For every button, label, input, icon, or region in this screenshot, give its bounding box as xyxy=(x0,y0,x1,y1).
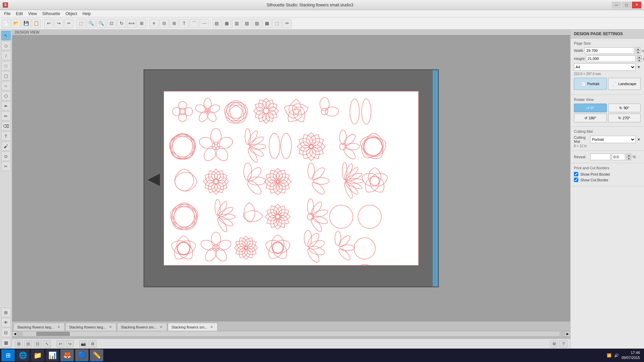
width-down[interactable]: ▼ xyxy=(636,51,640,54)
eraser-tool[interactable]: ⌫ xyxy=(1,121,11,131)
taskbar-start[interactable]: ⊞ xyxy=(1,349,15,361)
save-button[interactable]: 💾 xyxy=(21,19,31,28)
reveal-input-2[interactable] xyxy=(612,154,625,160)
zoom-out-button[interactable]: 🔍 xyxy=(97,19,106,28)
style-btn-6[interactable]: ▩ xyxy=(262,19,272,28)
rotate-button[interactable]: ↻ xyxy=(117,19,126,28)
portrait-button[interactable]: 📄 Portrait xyxy=(574,78,607,90)
taskbar-excel[interactable]: 📊 xyxy=(46,349,59,361)
menu-file[interactable]: File xyxy=(1,11,13,17)
nav-arrow[interactable]: ◀ xyxy=(148,169,160,188)
menu-help[interactable]: Help xyxy=(80,11,94,17)
taskbar-explorer[interactable]: 📁 xyxy=(31,349,44,361)
show-print-border-label[interactable]: Show Print Border xyxy=(580,172,610,176)
undo-button[interactable]: ↩ xyxy=(44,19,53,28)
cut-tool[interactable]: ✂ xyxy=(1,162,11,171)
flip-button[interactable]: ⟺ xyxy=(127,19,136,28)
select-tool[interactable]: ↖ xyxy=(1,31,11,40)
cutting-mat-select[interactable]: Portrait Landscape None xyxy=(590,136,636,143)
scroll-left-btn[interactable]: ◀ xyxy=(12,331,17,337)
tab-1[interactable]: Stacking flowers larg... ✕ xyxy=(65,323,117,331)
rotate-270-btn[interactable]: ↻ 270° xyxy=(608,114,641,122)
tab-2[interactable]: Stacking flowers sm... ✕ xyxy=(117,323,167,331)
tab-0[interactable]: Stacking flowers larg... ✕ xyxy=(13,323,65,331)
style-btn-5[interactable]: ▨ xyxy=(252,19,262,28)
panel-toggle-bar[interactable] xyxy=(433,70,438,287)
style-btn-7[interactable]: ⬚ xyxy=(272,19,282,28)
style-btn-4[interactable]: ▧ xyxy=(242,19,252,28)
rounded-rect-tool[interactable]: ▢ xyxy=(1,71,11,80)
preset-select[interactable]: A4 A3 Letter Custom xyxy=(574,63,636,71)
status-btn-0[interactable]: ⊞ xyxy=(15,340,23,348)
redo-button[interactable]: ↪ xyxy=(54,19,63,28)
close-button[interactable]: ✕ xyxy=(632,2,641,8)
menu-object[interactable]: Object xyxy=(63,11,80,17)
text-button[interactable]: T xyxy=(179,19,189,28)
height-input[interactable] xyxy=(586,55,636,62)
polygon-tool[interactable]: ⬡ xyxy=(1,91,11,101)
zoom-in-button[interactable]: 🔍 xyxy=(87,19,96,28)
status-gear[interactable]: ⚙ xyxy=(550,340,558,348)
text-tool[interactable]: T xyxy=(1,131,11,141)
paint-tool[interactable]: 🖌 xyxy=(1,141,11,151)
mirror-button[interactable]: ⊞ xyxy=(137,19,146,28)
select-button[interactable]: ⬚ xyxy=(76,19,86,28)
distribute-button[interactable]: ⊟ xyxy=(159,19,169,28)
status-btn-cam[interactable]: 📷 xyxy=(79,340,87,348)
open-button[interactable]: 📂 xyxy=(11,19,21,28)
show-print-border-checkbox[interactable] xyxy=(574,172,578,176)
maximize-button[interactable]: □ xyxy=(622,2,631,8)
tab-0-close[interactable]: ✕ xyxy=(56,325,61,329)
view-btn[interactable]: 👁 xyxy=(1,318,11,327)
status-btn-undo[interactable]: ↩ xyxy=(56,340,64,348)
fit-button[interactable]: ⊡ xyxy=(107,19,116,28)
style-btn-1[interactable]: ▤ xyxy=(212,19,221,28)
tab-2-close[interactable]: ✕ xyxy=(159,325,163,329)
pen-tool[interactable]: ✒ xyxy=(1,101,11,111)
reveal-up[interactable]: ▲ xyxy=(627,154,631,157)
tray-time[interactable]: 17:46 09/07/2015 xyxy=(622,350,640,361)
show-cut-border-checkbox[interactable] xyxy=(574,178,578,182)
grid-btn[interactable]: ⊟ xyxy=(1,328,11,337)
tab-1-close[interactable]: ✕ xyxy=(108,325,113,329)
layers-btn[interactable]: ⊞ xyxy=(1,308,11,317)
align-button[interactable]: ≡ xyxy=(149,19,159,28)
taskbar-firefox[interactable]: 🦊 xyxy=(60,349,74,361)
cut-button[interactable]: ✂ xyxy=(64,19,73,28)
menu-view[interactable]: View xyxy=(25,11,40,17)
taskbar-silhouette[interactable]: 🔵 xyxy=(75,349,89,361)
node-tool[interactable]: ◇ xyxy=(1,41,11,50)
taskbar-ie[interactable]: 🌐 xyxy=(16,349,30,361)
save-as-button[interactable]: 📋 xyxy=(32,19,41,28)
status-btn-1[interactable]: ⊟ xyxy=(24,340,32,348)
status-btn-redo[interactable]: ↪ xyxy=(66,340,74,348)
status-btn-3[interactable]: ⤡ xyxy=(43,340,51,348)
menu-edit[interactable]: Edit xyxy=(13,11,25,17)
width-up[interactable]: ▲ xyxy=(636,47,640,51)
minimize-button[interactable]: ─ xyxy=(612,2,621,8)
status-btn-settings[interactable]: ⚙ xyxy=(89,340,97,348)
tab-3-close[interactable]: ✕ xyxy=(209,325,214,329)
style-btn-8[interactable]: ✏ xyxy=(282,19,292,28)
height-up[interactable]: ▲ xyxy=(637,55,642,59)
rotate-180-btn[interactable]: ↺ 180° xyxy=(574,114,607,122)
line-tool[interactable]: / xyxy=(1,51,11,60)
landscape-button[interactable]: 📄 Landscape xyxy=(608,78,641,90)
width-input[interactable] xyxy=(585,47,634,54)
ellipse-tool[interactable]: ○ xyxy=(1,81,11,90)
bezier-button[interactable]: ⌒ xyxy=(190,19,199,28)
status-btn-2[interactable]: ⊡ xyxy=(34,340,42,348)
height-down[interactable]: ▼ xyxy=(637,59,642,62)
show-cut-border-label[interactable]: Show Cut Border xyxy=(580,178,608,182)
reveal-input-1[interactable] xyxy=(590,154,610,160)
warp-button[interactable]: ⋯ xyxy=(200,19,209,28)
style-btn-2[interactable]: ▦ xyxy=(222,19,231,28)
scroll-thumb[interactable] xyxy=(36,332,70,336)
reveal-down[interactable]: ▼ xyxy=(627,157,631,160)
rotate-90-btn[interactable]: ↻ 90° xyxy=(608,104,641,112)
menu-silhouette[interactable]: Silhouette xyxy=(40,11,63,17)
eyedrop-tool[interactable]: ⊙ xyxy=(1,152,11,161)
rect-tool[interactable]: □ xyxy=(1,61,11,70)
rotate-0-btn[interactable]: ↺ 0° xyxy=(574,104,607,112)
scroll-right-btn[interactable]: ▶ xyxy=(565,331,570,337)
